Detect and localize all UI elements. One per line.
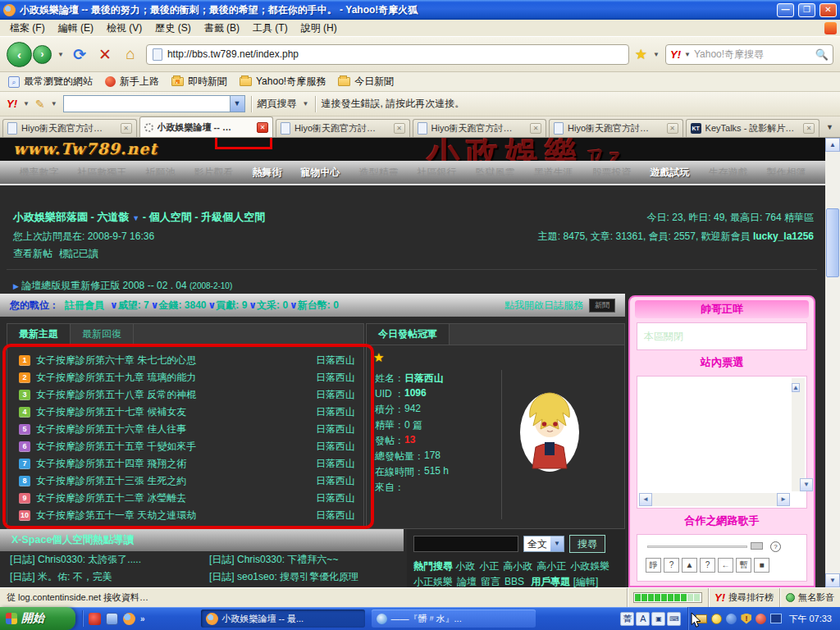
ime-mode-icon[interactable]: 菁 <box>620 612 634 626</box>
url-bar[interactable]: http://bbs.tw789.net/index.php <box>146 44 629 65</box>
topic-author-link[interactable]: 日落西山 <box>316 388 355 402</box>
user-topics-link[interactable]: 用戶專題 <box>531 576 570 587</box>
breadcrumb-link[interactable]: - 升級個人空間 <box>194 211 265 223</box>
url-text[interactable]: http://bbs.tw789.net/index.php <box>167 48 299 60</box>
tab-top-poster[interactable]: 今日發帖冠軍 <box>367 324 450 345</box>
edit-link[interactable]: [編輯] <box>573 576 599 587</box>
restore-button[interactable]: ❐ <box>798 3 815 17</box>
back-button[interactable]: ‹ <box>7 42 32 67</box>
topic-author-link[interactable]: 日落西山 <box>316 440 355 454</box>
forum-title-link[interactable]: 小政娛樂部落園 - 六道骸 <box>13 211 130 223</box>
nav-menu-item[interactable]: 生存遊戲 <box>709 166 748 180</box>
forum-search-button[interactable]: 搜尋 <box>569 535 605 553</box>
tab-close-icon[interactable]: ✕ <box>530 123 541 134</box>
nav-menu-item[interactable]: 寵物中心 <box>301 166 340 180</box>
tab-overflow-dropdown-icon[interactable]: ▼ <box>822 123 838 131</box>
topic-author-link[interactable]: 日落西山 <box>316 422 355 436</box>
yahoo-toolbar-logo[interactable]: Y! <box>7 98 17 110</box>
close-button[interactable]: ✕ <box>819 3 837 17</box>
tab-hiyo-3[interactable]: Hiyo衝天跑官方討… ✕ <box>413 119 547 137</box>
player-button[interactable]: 暫 <box>736 558 751 573</box>
topic-author-link[interactable]: 日落西山 <box>316 509 355 523</box>
hot-search-term[interactable]: 小正娛樂 <box>413 576 453 587</box>
quick-launch-firefox-icon[interactable] <box>123 613 135 625</box>
tab-latest-replies[interactable]: 最新回復 <box>71 324 134 345</box>
pencil-icon[interactable]: ✎ <box>35 98 45 111</box>
home-button[interactable]: ⌂ <box>121 45 140 63</box>
nav-menu-item[interactable]: 監獄風雲 <box>476 166 515 180</box>
topic-title-link[interactable]: 女子按摩診第五十一章 天劫之連環劫 <box>36 509 196 523</box>
nav-menu-item[interactable]: 股票投資 <box>592 166 632 180</box>
scroll-right-icon[interactable]: ► <box>777 493 790 506</box>
start-button[interactable]: 開始 <box>0 607 75 630</box>
breadcrumb-link[interactable]: - 個人空間 <box>143 211 195 223</box>
bookmark-item[interactable]: 最常瀏覽的網站 <box>8 75 93 89</box>
connection-error-link[interactable]: 連接發生錯誤, 請按此再次連接。 <box>322 97 465 111</box>
player-button[interactable]: 靜 <box>646 558 661 573</box>
topic-author-link[interactable]: 日落西山 <box>316 457 355 471</box>
tab-close-icon[interactable]: ✕ <box>394 123 405 134</box>
topic-title-link[interactable]: 女子按摩診所第六十章 朱七七的心思 <box>36 354 196 368</box>
tab-hiyo-1[interactable]: Hiyo衝天跑官方討… ✕ <box>2 119 137 137</box>
slider-handle[interactable] <box>751 542 763 550</box>
nav-menu-item[interactable]: 社區銀行 <box>418 166 457 180</box>
hot-search-term[interactable]: 小政 <box>455 560 475 572</box>
xspace-entry[interactable]: [日誌] 米。佑: 不，完美 <box>0 570 199 587</box>
hot-search-term[interactable]: 論壇 <box>457 576 477 587</box>
topic-title-link[interactable]: 女子按摩診所第五十四章 飛翔之術 <box>36 457 186 471</box>
xspace-entry[interactable]: [日誌] Chris0330: 太誇張了..... <box>0 553 199 570</box>
scroll-up-icon[interactable]: ▲ <box>792 383 800 392</box>
scroll-left-icon[interactable]: ◄ <box>639 493 652 506</box>
nav-menu-item[interactable]: 社區數獨王 <box>78 166 127 180</box>
tray-messenger-icon[interactable] <box>711 614 722 624</box>
bookmark-item[interactable]: 即時新聞 <box>171 75 227 89</box>
bookmark-star-icon[interactable]: ★ <box>635 46 647 63</box>
search-icon[interactable]: 🔍 <box>815 48 829 61</box>
bookmark-item[interactable]: 新手上路 <box>105 75 159 89</box>
tray-update-icon[interactable] <box>756 614 766 624</box>
select-dropdown-icon[interactable]: ▼ <box>550 536 564 551</box>
combobox-dropdown-icon[interactable]: ▼ <box>230 96 244 112</box>
nav-menu-item[interactable]: 遊戲試玩 <box>651 166 690 180</box>
menu-item[interactable]: 檔案 (F) <box>3 21 52 36</box>
tray-security-icon[interactable]: ! <box>741 614 751 624</box>
nav-menu-item[interactable]: 機率數字 <box>20 166 59 180</box>
hot-search-term[interactable]: 高小正 <box>536 560 566 572</box>
topic-title-link[interactable]: 女子按摩診所第五十九章 琉璃的能力 <box>36 371 196 385</box>
bookmark-dropdown-icon[interactable]: ▼ <box>653 51 660 58</box>
action-link[interactable]: 查看新帖 <box>13 247 52 261</box>
hot-search-term[interactable]: 高小政 <box>503 560 532 572</box>
nav-menu-item[interactable]: 熱舞街 <box>253 166 282 180</box>
web-search-dropdown-icon[interactable]: ▼ <box>303 100 309 107</box>
bookmark-item[interactable]: 今日新聞 <box>338 75 394 89</box>
yahoo-search-input[interactable] <box>64 96 230 112</box>
new-member-link[interactable]: lucky_la1256 <box>753 231 814 242</box>
player-button[interactable]: ■ <box>754 558 769 573</box>
xspace-entry[interactable]: [日誌] seo1seo: 搜尋引擎優化原理 <box>199 570 399 587</box>
nav-menu-item[interactable]: 製作相簿 <box>767 166 806 180</box>
forum-search-input[interactable] <box>413 536 518 552</box>
menu-item[interactable]: 書籤 (B) <box>198 21 246 36</box>
menu-item[interactable]: 編輯 (E) <box>52 21 100 36</box>
horizontal-scrollbar[interactable]: ◄ ► <box>639 493 790 506</box>
nav-menu-item[interactable]: 造型精靈 <box>359 166 399 180</box>
task-button-forum[interactable]: 小政娛樂論壇 -- 最... <box>201 609 365 628</box>
hot-search-term[interactable]: BBS <box>504 576 524 587</box>
ime-keyboard-icon[interactable]: ⌨ <box>667 612 681 626</box>
menu-item[interactable]: 檢視 (V) <box>100 21 148 36</box>
search-engine-dropdown-icon[interactable]: ▼ <box>684 51 691 58</box>
task-button-messenger[interactable]: ——『髒〃水』... <box>372 609 536 628</box>
tab-hiyo-2[interactable]: Hiyo衝天跑官方討… ✕ <box>276 119 410 137</box>
vertical-scrollbar[interactable]: ▲ ▼ <box>792 378 805 491</box>
topic-author-link[interactable]: 日落西山 <box>316 354 355 368</box>
menu-item[interactable]: 說明 (H) <box>294 21 344 36</box>
tab-hiyo-4[interactable]: Hiyo衝天跑官方討… ✕ <box>549 119 683 137</box>
minimize-button[interactable]: — <box>777 3 794 17</box>
pencil-dropdown-icon[interactable]: ▼ <box>51 100 57 107</box>
quick-launch-icon-1[interactable] <box>89 613 101 625</box>
tray-network-icon[interactable] <box>770 614 782 623</box>
yahoo-rank-pane[interactable]: Y! 搜尋排行榜 <box>708 588 779 607</box>
search-scope-select[interactable]: 全文 ▼ <box>523 536 564 552</box>
wretch-pane[interactable]: 無名影音 <box>779 588 840 607</box>
ime-panel-icon[interactable]: ▣ <box>651 612 665 626</box>
